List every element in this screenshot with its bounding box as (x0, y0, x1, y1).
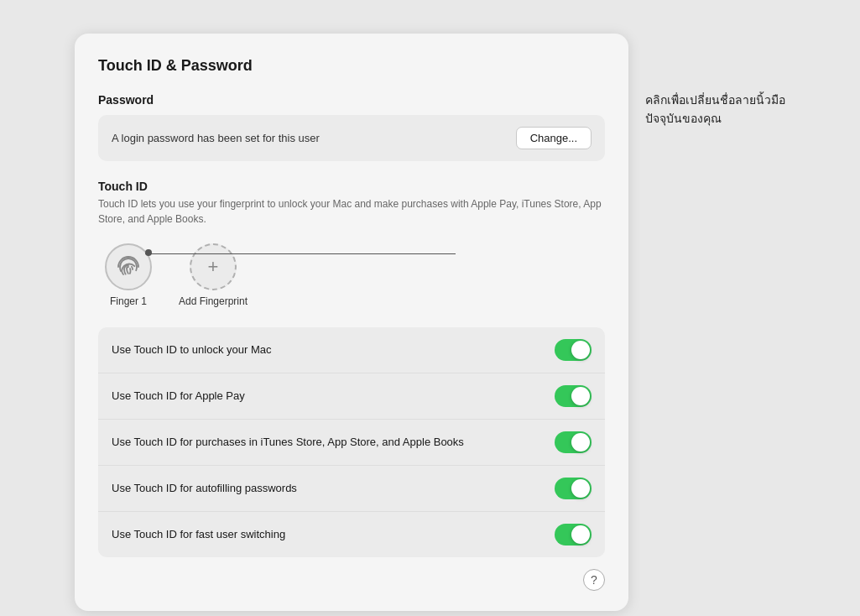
toggle-switch-unlock-mac[interactable] (555, 339, 592, 361)
toggle-thumb-purchases (571, 433, 590, 452)
toggle-switch-user-switching[interactable] (555, 524, 592, 546)
callout-text-line1: คลิกเพื่อเปลี่ยนชื่อลายนิ้วมือ (645, 91, 785, 109)
page-wrapper: Touch ID & Password Password A login pas… (0, 0, 860, 616)
add-fingerprint-item[interactable]: + Add Fingerprint (179, 243, 248, 307)
password-description: A login password has been set for this u… (112, 132, 320, 144)
toggle-thumb-apple-pay (571, 387, 590, 405)
toggle-label-unlock-mac: Use Touch ID to unlock your Mac (112, 342, 272, 358)
help-button-wrapper: ? (98, 569, 605, 591)
toggle-thumb-unlock-mac (571, 341, 590, 359)
toggle-item-autofill: Use Touch ID for autofilling passwords (98, 466, 605, 512)
finger-1-label: Finger 1 (110, 295, 147, 307)
help-button[interactable]: ? (583, 569, 605, 591)
toggle-item-unlock-mac: Use Touch ID to unlock your Mac (98, 327, 605, 373)
touch-id-description: Touch ID lets you use your fingerprint t… (98, 196, 605, 227)
change-password-button[interactable]: Change... (516, 127, 592, 149)
toggle-switch-purchases[interactable] (555, 431, 592, 453)
toggle-label-purchases: Use Touch ID for purchases in iTunes Sto… (112, 435, 464, 450)
toggle-label-apple-pay: Use Touch ID for Apple Pay (112, 389, 245, 404)
toggle-switch-apple-pay[interactable] (555, 385, 592, 407)
toggle-item-purchases: Use Touch ID for purchases in iTunes Sto… (98, 420, 605, 466)
toggle-item-apple-pay: Use Touch ID for Apple Pay (98, 373, 605, 420)
fingerprint-row: Finger 1 + Add Fingerprint (98, 243, 605, 307)
annotation-wrapper: Touch ID & Password Password A login pas… (75, 34, 785, 611)
toggle-label-user-switching: Use Touch ID for fast user switching (112, 527, 285, 542)
touch-id-section-title: Touch ID (98, 180, 605, 193)
toggle-thumb-autofill (571, 479, 590, 498)
callout-dot (145, 249, 152, 256)
toggle-list: Use Touch ID to unlock your Mac Use Touc… (98, 327, 605, 557)
plus-icon: + (208, 258, 219, 276)
callout-text-line2: ปัจจุบันของคุณ (645, 109, 785, 128)
panel-title: Touch ID & Password (98, 57, 605, 75)
password-box: A login password has been set for this u… (98, 115, 605, 161)
toggle-switch-autofill[interactable] (555, 478, 592, 499)
add-fingerprint-label: Add Fingerprint (179, 295, 248, 307)
toggle-thumb-user-switching (571, 525, 590, 544)
callout-annotation: คลิกเพื่อเปลี่ยนชื่อลายนิ้วมือ ปัจจุบันข… (645, 91, 785, 128)
toggle-item-user-switching: Use Touch ID for fast user switching (98, 512, 605, 557)
password-section-title: Password (98, 93, 605, 107)
settings-panel: Touch ID & Password Password A login pas… (75, 34, 628, 611)
toggle-label-autofill: Use Touch ID for autofilling passwords (112, 481, 297, 496)
add-fingerprint-icon-wrapper: + (190, 243, 237, 290)
fingerprint-icon (114, 253, 143, 281)
